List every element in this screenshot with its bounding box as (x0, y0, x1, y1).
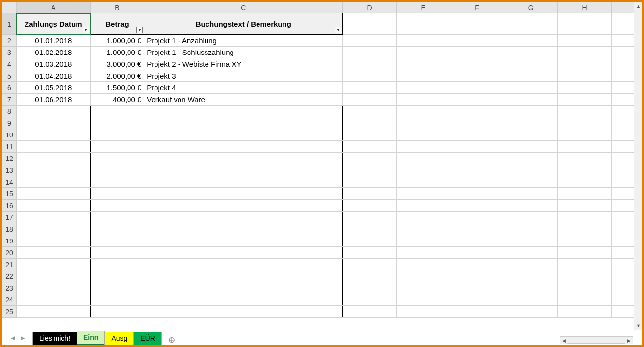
row-header-8[interactable]: 8 (2, 106, 17, 117)
cell-D19[interactable] (343, 235, 397, 247)
cell-F5[interactable] (450, 70, 504, 82)
row-header-3[interactable]: 3 (2, 47, 17, 58)
cell-A3[interactable]: 01.02.2018 (16, 47, 90, 58)
cell-E19[interactable] (396, 235, 450, 247)
cell-H9[interactable] (558, 117, 612, 129)
cell-C4[interactable]: Projekt 2 - Webiste Firma XY (144, 58, 343, 70)
cell-F21[interactable] (450, 259, 504, 270)
cell-E23[interactable] (396, 282, 450, 294)
cell-E10[interactable] (396, 129, 450, 141)
cell-B25[interactable] (90, 306, 144, 318)
scroll-left-icon[interactable]: ◀ (560, 337, 567, 344)
cell-E21[interactable] (396, 259, 450, 270)
cell-D16[interactable] (343, 200, 397, 212)
vertical-scrollbar[interactable]: ▲ ▼ (634, 2, 642, 330)
cell-A10[interactable] (16, 129, 90, 141)
cell-A22[interactable] (16, 270, 90, 282)
row-header-17[interactable]: 17 (2, 212, 17, 223)
cell-A17[interactable] (16, 212, 90, 223)
cell-H1[interactable] (558, 13, 612, 35)
cell-A15[interactable] (16, 188, 90, 200)
cell-C8[interactable] (144, 106, 343, 117)
row-header-18[interactable]: 18 (2, 223, 17, 235)
cell-G20[interactable] (504, 247, 558, 259)
row-header-21[interactable]: 21 (2, 259, 17, 270)
cell-C7[interactable]: Verkauf von Ware (144, 94, 343, 106)
cell-C17[interactable] (144, 212, 343, 223)
cell-E4[interactable] (396, 58, 450, 70)
cell-G8[interactable] (504, 106, 558, 117)
cell-C1-header-text[interactable]: Buchungstext / Bemerkung ▾ (144, 13, 343, 35)
cell-F7[interactable] (450, 94, 504, 106)
cell-C14[interactable] (144, 176, 343, 188)
cell-E6[interactable] (396, 82, 450, 94)
cell-H21[interactable] (558, 259, 612, 270)
cell-D5[interactable] (343, 70, 397, 82)
cell-D20[interactable] (343, 247, 397, 259)
cell-H24[interactable] (558, 294, 612, 306)
cell-E15[interactable] (396, 188, 450, 200)
cell-F25[interactable] (450, 306, 504, 318)
cell-C25[interactable] (144, 306, 343, 318)
cell-H4[interactable] (558, 58, 612, 70)
cell-E25[interactable] (396, 306, 450, 318)
row-header-13[interactable]: 13 (2, 164, 17, 176)
cell-C12[interactable] (144, 153, 343, 164)
cell-G19[interactable] (504, 235, 558, 247)
cell-G12[interactable] (504, 153, 558, 164)
cell-F23[interactable] (450, 282, 504, 294)
cell-H7[interactable] (558, 94, 612, 106)
cell-A13[interactable] (16, 164, 90, 176)
cell-B12[interactable] (90, 153, 144, 164)
row-header-24[interactable]: 24 (2, 294, 17, 306)
cell-G13[interactable] (504, 164, 558, 176)
cell-G6[interactable] (504, 82, 558, 94)
row-header-25[interactable]: 25 (2, 306, 17, 318)
cell-G22[interactable] (504, 270, 558, 282)
cell-H22[interactable] (558, 270, 612, 282)
cell-C13[interactable] (144, 164, 343, 176)
row-header-7[interactable]: 7 (2, 94, 17, 106)
cell-F24[interactable] (450, 294, 504, 306)
cell-C24[interactable] (144, 294, 343, 306)
cell-C3[interactable]: Projekt 1 - Schlusszahlung (144, 47, 343, 58)
cell-H15[interactable] (558, 188, 612, 200)
cell-B3[interactable]: 1.000,00 € (90, 47, 144, 58)
cell-B18[interactable] (90, 223, 144, 235)
cell-B2[interactable]: 1.000,00 € (90, 35, 144, 47)
cell-G23[interactable] (504, 282, 558, 294)
row-header-20[interactable]: 20 (2, 247, 17, 259)
row-header-23[interactable]: 23 (2, 282, 17, 294)
cell-F17[interactable] (450, 212, 504, 223)
cell-E8[interactable] (396, 106, 450, 117)
cell-F4[interactable] (450, 58, 504, 70)
cell-D22[interactable] (343, 270, 397, 282)
cell-B11[interactable] (90, 141, 144, 153)
cell-B4[interactable]: 3.000,00 € (90, 58, 144, 70)
cell-G24[interactable] (504, 294, 558, 306)
cell-A25[interactable] (16, 306, 90, 318)
col-header-A[interactable]: A (16, 2, 90, 13)
cell-F18[interactable] (450, 223, 504, 235)
cell-C23[interactable] (144, 282, 343, 294)
tab-einn[interactable]: Einn (77, 331, 105, 345)
cell-F6[interactable] (450, 82, 504, 94)
cell-H17[interactable] (558, 212, 612, 223)
cell-C16[interactable] (144, 200, 343, 212)
sheet-nav-buttons[interactable]: ◀ ▶ (2, 335, 32, 341)
cell-F11[interactable] (450, 141, 504, 153)
cell-A16[interactable] (16, 200, 90, 212)
cell-C10[interactable] (144, 129, 343, 141)
cell-C9[interactable] (144, 117, 343, 129)
cell-G5[interactable] (504, 70, 558, 82)
filter-dropdown-icon[interactable]: ▾ (136, 27, 143, 33)
cell-C20[interactable] (144, 247, 343, 259)
cell-D3[interactable] (343, 47, 397, 58)
cell-A2[interactable]: 01.01.2018 (16, 35, 90, 47)
cell-B10[interactable] (90, 129, 144, 141)
cell-B5[interactable]: 2.000,00 € (90, 70, 144, 82)
cell-C21[interactable] (144, 259, 343, 270)
cell-B7[interactable]: 400,00 € (90, 94, 144, 106)
cell-F3[interactable] (450, 47, 504, 58)
cell-B6[interactable]: 1.500,00 € (90, 82, 144, 94)
